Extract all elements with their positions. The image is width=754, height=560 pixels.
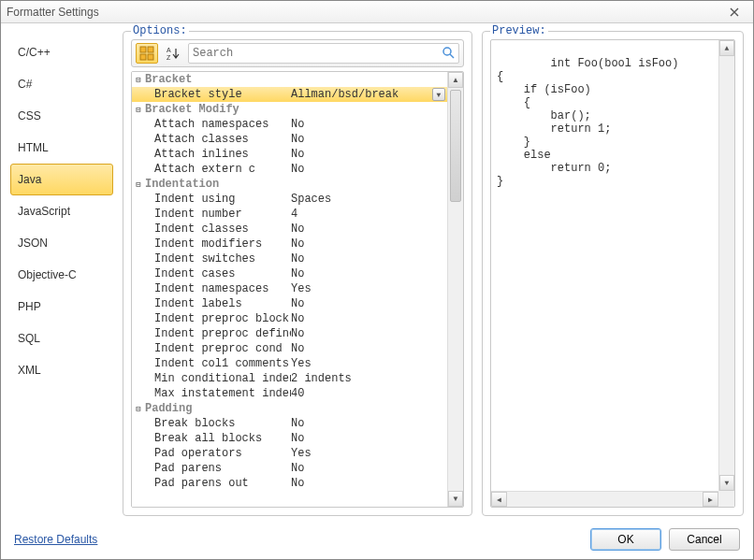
property-value[interactable]: Spaces [291,193,447,206]
search-input[interactable] [193,47,442,60]
property-row[interactable]: Pad parens outNo [132,476,447,491]
property-row[interactable]: Attach inlinesNo [132,147,447,162]
sidebar-item-objective-c[interactable]: Objective-C [10,259,113,291]
property-row[interactable]: Indent number4 [132,207,447,222]
property-value[interactable]: No [291,312,447,325]
property-value[interactable]: No [291,462,447,475]
alphabetical-button[interactable]: AZ [162,43,184,64]
preview-code: int Foo(bool isFoo) { if (isFoo) { bar()… [497,57,678,188]
property-value[interactable]: Yes [291,447,447,460]
property-row[interactable]: Indent preproc blockNo [132,311,447,326]
scroll-up-button[interactable]: ▲ [719,40,734,56]
preview-area: int Foo(bool isFoo) { if (isFoo) { bar()… [490,39,735,508]
property-key: Indent modifiers [132,237,291,251]
scroll-track[interactable] [719,56,734,475]
property-value[interactable]: No [291,163,447,176]
property-value[interactable]: No [291,223,447,236]
property-value[interactable]: No [291,477,447,490]
property-value[interactable]: No [291,432,447,445]
property-row[interactable]: Indent usingSpaces [132,192,447,207]
property-row[interactable]: Attach namespacesNo [132,117,447,132]
property-value[interactable]: Allman/bsd/break▼ [291,88,447,101]
property-key: Indent preproc cond [132,342,291,355]
property-value[interactable]: No [291,297,447,310]
property-value[interactable]: No [291,133,447,146]
sidebar-item-xml[interactable]: XML [10,354,113,386]
property-row[interactable]: Indent namespacesYes [132,281,447,296]
property-value[interactable]: No [291,148,447,161]
property-value[interactable]: No [291,118,447,131]
sidebar-item-html[interactable]: HTML [10,132,113,164]
scroll-up-button[interactable]: ▲ [448,72,463,88]
dropdown-button[interactable]: ▼ [432,88,445,101]
property-row[interactable]: Pad operatorsYes [132,446,447,461]
search-box[interactable] [188,43,459,64]
grid-vertical-scrollbar[interactable]: ▲ ▼ [447,72,463,507]
property-row[interactable]: Attach extern cNo [132,162,447,177]
property-group[interactable]: ⊟Bracket Modify [132,102,447,117]
property-row[interactable]: Indent col1 commentsYes [132,356,447,371]
cancel-button[interactable]: Cancel [669,528,740,551]
property-row[interactable]: Indent preproc defineNo [132,326,447,341]
property-value[interactable]: No [291,252,447,266]
close-button[interactable] [721,4,747,21]
property-row[interactable]: Max instatement indent40 [132,386,447,401]
scroll-left-button[interactable]: ◀ [491,492,507,507]
close-icon [730,7,739,17]
group-name: Padding [145,402,192,415]
sidebar-item-javascript[interactable]: JavaScript [10,195,113,227]
sidebar-item-css[interactable]: CSS [10,100,113,132]
collapse-icon: ⊟ [132,105,145,115]
property-row[interactable]: Indent modifiersNo [132,237,447,251]
restore-defaults-link[interactable]: Restore Defaults [14,533,97,546]
sidebar-item-java[interactable]: Java [10,164,113,195]
property-key: Indent cases [132,267,291,280]
property-value[interactable]: 4 [291,208,447,221]
property-row[interactable]: Indent preproc condNo [132,341,447,356]
property-row[interactable]: Indent labelsNo [132,296,447,311]
property-row[interactable]: Indent casesNo [132,266,447,281]
property-key: Attach extern c [132,163,291,176]
property-row[interactable]: Break blocksNo [132,416,447,431]
scroll-track[interactable] [507,492,703,507]
sidebar-item-c-c-[interactable]: C/C++ [10,36,113,68]
scroll-thumb[interactable] [450,90,461,202]
property-row[interactable]: Indent switchesNo [132,251,447,266]
property-group[interactable]: ⊟Padding [132,401,447,416]
preview-vertical-scrollbar[interactable]: ▲ ▼ [718,40,734,491]
property-row[interactable]: Min conditional indent2 indents [132,371,447,386]
property-group[interactable]: ⊟Bracket [132,72,447,87]
property-grid[interactable]: ⊟BracketBracket styleAllman/bsd/break▼⊟B… [132,72,447,507]
property-row[interactable]: Indent classesNo [132,222,447,237]
sidebar-item-sql[interactable]: SQL [10,323,113,354]
property-key: Indent labels [132,297,291,310]
property-row[interactable]: Attach classesNo [132,132,447,147]
sidebar-item-c-[interactable]: C# [10,68,113,100]
property-row[interactable]: Bracket styleAllman/bsd/break▼ [132,87,447,102]
scroll-down-button[interactable]: ▼ [448,491,463,507]
property-value[interactable]: No [291,237,447,251]
property-value[interactable]: Yes [291,357,447,370]
property-value[interactable]: No [291,342,447,355]
property-value[interactable]: 2 indents [291,372,447,385]
property-row[interactable]: Break all blocksNo [132,431,447,446]
property-key: Min conditional indent [132,372,291,385]
property-value[interactable]: No [291,327,447,340]
sidebar-item-json[interactable]: JSON [10,227,113,259]
categorized-button[interactable] [136,43,158,64]
property-row[interactable]: Pad parensNo [132,461,447,476]
property-key: Indent number [132,208,291,221]
sidebar-item-php[interactable]: PHP [10,291,113,323]
scroll-down-button[interactable]: ▼ [719,475,734,491]
scroll-right-button[interactable]: ▶ [703,492,718,507]
options-panel: Options: AZ ⊟BracketBracket styleAllman/… [123,31,472,516]
preview-horizontal-scrollbar[interactable]: ◀ ▶ [491,491,718,507]
scroll-track[interactable] [448,204,463,491]
ok-button[interactable]: OK [590,528,661,551]
property-group[interactable]: ⊟Indentation [132,177,447,192]
property-value[interactable]: No [291,267,447,280]
collapse-icon: ⊟ [132,75,145,85]
property-value[interactable]: Yes [291,282,447,295]
property-value[interactable]: No [291,417,447,430]
property-value[interactable]: 40 [291,387,447,400]
